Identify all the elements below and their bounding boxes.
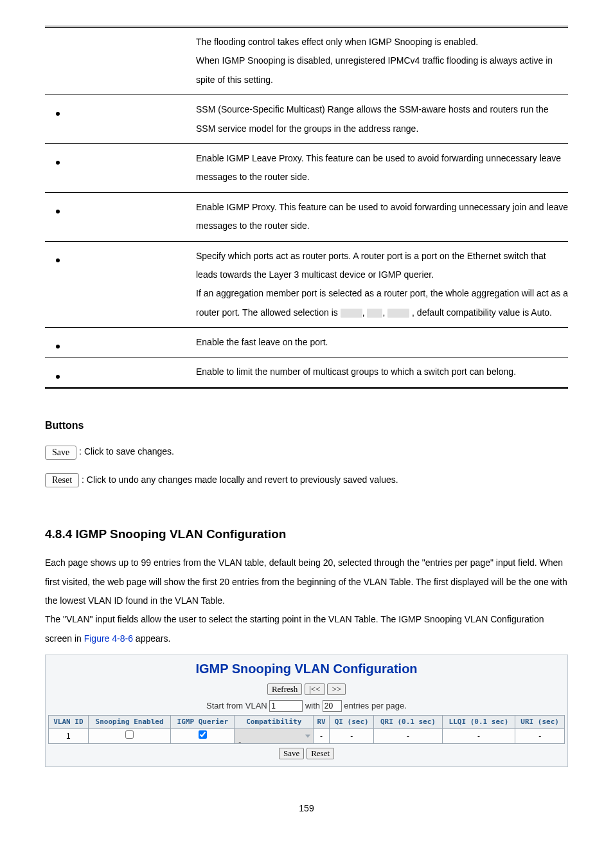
cell-llqi: - — [442, 729, 515, 744]
router-port-desc-1: Specify which ports act as router ports.… — [196, 251, 546, 280]
compat-select[interactable]: - — [235, 729, 314, 744]
col-qri: QRI (0.1 sec) — [374, 715, 442, 729]
save-desc: : Click to save changes. — [79, 446, 174, 457]
unreg-flood-desc-1: The flooding control takes effect only w… — [196, 37, 478, 47]
table-row: 1 - - - - - - — [49, 729, 565, 744]
fast-leave-desc: Enable the fast leave on the port. — [196, 337, 328, 347]
col-snooping: Snooping Enabled — [88, 715, 170, 729]
reset-button[interactable]: Reset — [45, 473, 79, 487]
section-p2b: appears. — [133, 633, 170, 644]
panel-save-button[interactable]: Save — [279, 748, 304, 759]
snooping-checkbox[interactable] — [125, 730, 134, 739]
cell-uri: - — [515, 729, 565, 744]
proxy-desc: Enable IGMP Proxy. This feature can be u… — [196, 202, 568, 231]
col-qi: QI (sec) — [330, 715, 374, 729]
bullet-icon — [56, 112, 60, 116]
col-compat: Compatibility — [235, 715, 314, 729]
col-vlan-id: VLAN ID — [49, 715, 89, 729]
bullet-icon — [56, 375, 60, 379]
next-page-button[interactable]: >> — [327, 683, 346, 695]
figure-link[interactable]: Figure 4-8-6 — [84, 633, 133, 644]
bullet-icon — [56, 258, 60, 262]
start-label: Start from VLAN — [206, 701, 267, 710]
section-heading: 4.8.4 IGMP Snooping VLAN Configuration — [45, 521, 568, 547]
chevron-down-icon — [305, 735, 310, 738]
first-page-button[interactable]: |<< — [305, 683, 324, 695]
igmp-vlan-config-panel: IGMP Snooping VLAN Configuration Refresh… — [45, 655, 568, 767]
placeholder-icon — [341, 309, 362, 318]
save-button[interactable]: Save — [45, 446, 76, 460]
ssm-desc: SSM (Source-Specific Multicast) Range al… — [196, 104, 549, 133]
cell-qri: - — [374, 729, 442, 744]
col-rv: RV — [314, 715, 330, 729]
reset-desc: : Click to undo any changes made locally… — [82, 475, 398, 485]
parameter-table: The flooding control takes effect only w… — [45, 26, 568, 389]
cell-rv: - — [314, 729, 330, 744]
querier-checkbox[interactable] — [199, 730, 207, 739]
throttling-desc: Enable to limit the number of multicast … — [196, 366, 516, 377]
entries-suffix: entries per page. — [344, 701, 407, 710]
start-vlan-input[interactable] — [269, 700, 303, 712]
section-p1: Each page shows up to 99 entries from th… — [45, 557, 567, 606]
buttons-heading: Buttons — [45, 415, 568, 437]
unreg-flood-desc-2: When IGMP Snooping is disabled, unregist… — [196, 55, 553, 84]
panel-title: IGMP Snooping VLAN Configuration — [46, 659, 567, 678]
placeholder-icon — [387, 309, 409, 318]
refresh-button[interactable]: Refresh — [267, 683, 302, 695]
col-querier: IGMP Querier — [171, 715, 235, 729]
bullet-icon — [56, 161, 60, 165]
with-label: with — [305, 701, 320, 710]
cell-vlan-id: 1 — [49, 729, 89, 744]
router-port-desc-2b: , default compatibility value is Auto. — [412, 307, 552, 318]
col-llqi: LLQI (0.1 sec) — [442, 715, 515, 729]
cell-qi: - — [330, 729, 374, 744]
placeholder-icon — [367, 309, 382, 318]
bullet-icon — [56, 345, 60, 348]
vlan-table: VLAN ID Snooping Enabled IGMP Querier Co… — [48, 715, 565, 745]
bullet-icon — [56, 210, 60, 213]
page-number: 159 — [45, 799, 568, 818]
entries-per-page-input[interactable] — [323, 700, 342, 712]
col-uri: URI (sec) — [515, 715, 565, 729]
leave-proxy-desc: Enable IGMP Leave Proxy. This feature ca… — [196, 153, 561, 182]
panel-reset-button[interactable]: Reset — [306, 748, 334, 759]
